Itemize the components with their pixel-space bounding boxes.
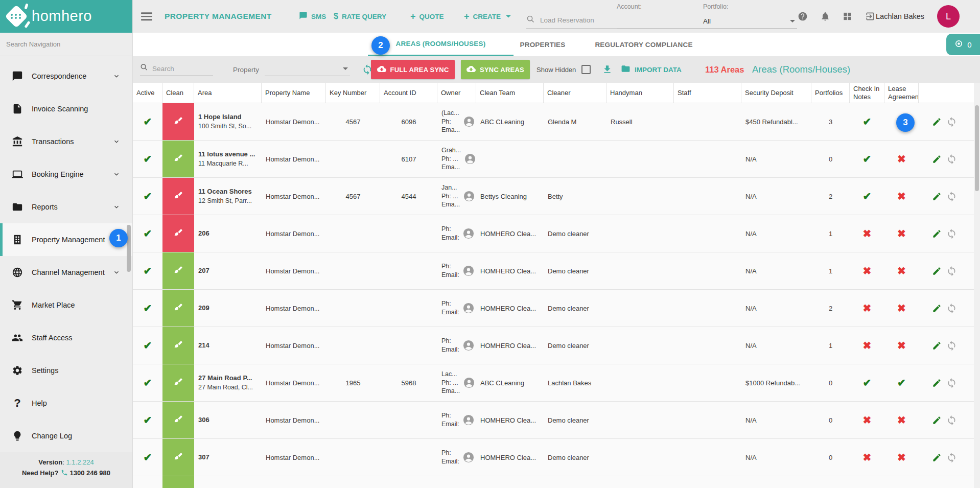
table-row[interactable]: ✔ 206 Homstar Demon... Ph:Email: HOMHERO… <box>133 215 980 252</box>
row-sync-icon[interactable] <box>946 117 957 127</box>
clean-status-cell[interactable] <box>162 439 194 476</box>
clean-status-cell[interactable] <box>162 327 194 364</box>
property-name-cell: Homstar Demon... <box>262 439 326 476</box>
logout-icon[interactable] <box>865 11 875 21</box>
clean-status-cell[interactable] <box>162 476 194 488</box>
edit-pencil-icon[interactable] <box>932 415 942 425</box>
apps-grid-icon[interactable] <box>843 12 852 21</box>
sms-button[interactable]: SMS <box>299 11 326 21</box>
sidebar-item-channel-management[interactable]: Channel Management <box>0 256 132 289</box>
table-scrollbar-thumb[interactable] <box>975 105 979 191</box>
table-row[interactable]: ✔ 27 Main Road P...27 Main Road, Cl... H… <box>133 364 980 402</box>
row-sync-icon[interactable] <box>946 191 957 202</box>
clean-status-cell[interactable] <box>162 252 194 289</box>
table-row[interactable]: ✔ 214 Homstar Demon... Ph:Email: HOMHERO… <box>133 327 980 364</box>
row-sync-icon[interactable] <box>946 340 957 351</box>
sidebar-item-booking-engine[interactable]: Booking Engine <box>0 158 132 191</box>
sidebar-item-reports[interactable]: Reports <box>0 191 132 223</box>
import-data-button[interactable]: IMPORT DATA <box>621 64 682 75</box>
tab-properties[interactable]: PROPERTIES <box>512 33 573 56</box>
row-sync-icon[interactable] <box>946 303 957 314</box>
sidebar-item-settings[interactable]: Settings <box>0 354 132 387</box>
clean-status-cell[interactable] <box>162 290 194 327</box>
hamburger-menu-icon[interactable] <box>141 12 152 20</box>
row-sync-icon[interactable] <box>946 378 957 388</box>
column-header-account-id[interactable]: Account ID <box>380 83 437 103</box>
row-sync-icon[interactable] <box>946 228 957 239</box>
homhero-logo[interactable]: homhero <box>0 0 132 33</box>
load-reservation-input[interactable] <box>539 16 616 25</box>
portfolio-select[interactable]: Portfolio: All <box>703 3 797 29</box>
column-header-security-deposit[interactable]: Security Deposit <box>741 83 811 103</box>
row-sync-icon[interactable] <box>946 452 957 463</box>
edit-pencil-icon[interactable] <box>932 304 942 313</box>
help-icon[interactable] <box>798 11 808 21</box>
clean-status-cell[interactable] <box>162 141 194 177</box>
column-header-portfolios[interactable]: Portfolios <box>811 83 850 103</box>
clean-status-cell[interactable] <box>162 178 194 215</box>
edit-pencil-icon[interactable] <box>932 266 942 276</box>
laptop-icon <box>11 168 24 180</box>
table-search-input[interactable] <box>151 64 202 73</box>
edit-pencil-icon[interactable] <box>932 453 942 462</box>
tab-regulatory-compliance[interactable]: REGULATORY COMPLIANCE <box>588 33 700 56</box>
quote-button[interactable]: + QUOTE <box>410 11 444 22</box>
sidebar-search-input[interactable] <box>5 40 127 49</box>
column-header-area[interactable]: Area <box>194 83 262 103</box>
table-row[interactable]: ✔ 306 Homstar Demon... Ph:Email: HOMHERO… <box>133 402 980 439</box>
notifications-bell-icon[interactable] <box>820 11 830 21</box>
rate-query-button[interactable]: $ RATE QUERY <box>334 12 386 21</box>
column-header-clean[interactable]: Clean <box>162 83 194 103</box>
property-filter-select[interactable] <box>265 63 350 76</box>
clean-status-cell[interactable] <box>162 402 194 438</box>
sidebar-item-staff-access[interactable]: Staff Access <box>0 321 132 354</box>
table-row[interactable]: ✔ 209 Homstar Demon... Ph:Email: HOMHERO… <box>133 290 980 327</box>
clean-status-cell[interactable] <box>162 364 194 401</box>
clean-status-cell[interactable] <box>162 215 194 252</box>
sidebar-item-market-place[interactable]: Market Place <box>0 289 132 321</box>
user-avatar[interactable]: L <box>937 5 960 28</box>
sidebar-item-change-log[interactable]: Change Log <box>0 420 132 452</box>
table-row[interactable]: ✔ 11 Ocean Shores12 Smith St, Parr... Ho… <box>133 178 980 215</box>
key-number-cell <box>326 141 380 177</box>
column-header-property-name[interactable]: Property Name <box>262 83 326 103</box>
column-header-check-in-notes[interactable]: Check In Notes <box>850 83 884 103</box>
column-header-key-number[interactable]: Key Number <box>326 83 380 103</box>
row-sync-icon[interactable] <box>946 415 957 426</box>
edit-pencil-icon[interactable] <box>932 117 942 127</box>
table-row[interactable]: ✔ 307 Homstar Demon... Ph:Email: HOMHERO… <box>133 439 980 476</box>
edit-pencil-icon[interactable] <box>932 192 942 201</box>
edit-pencil-icon[interactable] <box>932 154 942 164</box>
table-row[interactable]: ✔ 11 lotus avenue ...11 Macquarie R... H… <box>133 141 980 178</box>
table-row[interactable]: ✔ 207 Homstar Demon... Ph:Email: HOMHERO… <box>133 252 980 290</box>
column-header-lease-agreement[interactable]: Lease Agreement <box>884 83 919 103</box>
show-hidden-checkbox[interactable] <box>581 65 591 74</box>
column-header-handyman[interactable]: Handyman <box>606 83 674 103</box>
sidebar-item-invoice-scanning[interactable]: Invoice Scanning <box>0 92 132 125</box>
user-name[interactable]: Lachlan Bakes <box>876 12 924 20</box>
counter-pill[interactable]: 0 <box>946 34 980 55</box>
row-sync-icon[interactable] <box>946 154 957 165</box>
table-row[interactable]: ✔ <box>133 476 980 488</box>
column-header-clean-team[interactable]: Clean Team <box>476 83 544 103</box>
edit-pencil-icon[interactable] <box>932 341 942 351</box>
download-icon[interactable] <box>602 64 613 75</box>
full-area-sync-button[interactable]: FULL AREA SYNC <box>371 60 455 79</box>
column-header-cleaner[interactable]: Cleaner <box>544 83 606 103</box>
edit-pencil-icon[interactable] <box>932 229 942 239</box>
help-phone-number[interactable]: 1300 246 980 <box>69 469 110 477</box>
sidebar-item-help[interactable]: ? Help <box>0 387 132 420</box>
sidebar-item-transactions[interactable]: Transactions <box>0 125 132 158</box>
clean-status-cell[interactable] <box>162 103 194 140</box>
row-sync-icon[interactable] <box>946 266 957 276</box>
column-header-owner[interactable]: Owner <box>437 83 476 103</box>
table-row[interactable]: ✔ 1 Hope Island100 Smith St, So... Homst… <box>133 103 980 141</box>
column-header-staff[interactable]: Staff <box>674 83 741 103</box>
edit-pencil-icon[interactable] <box>932 378 942 388</box>
sidebar-item-correspondence[interactable]: Correspondence <box>0 60 132 92</box>
sidebar-scrollbar-thumb[interactable] <box>127 225 131 272</box>
sync-areas-button[interactable]: SYNC AREAS <box>461 60 530 79</box>
create-button[interactable]: + CREATE <box>464 11 511 22</box>
security-deposit-cell: N/A <box>741 215 811 252</box>
column-header-active[interactable]: Active <box>133 83 162 103</box>
